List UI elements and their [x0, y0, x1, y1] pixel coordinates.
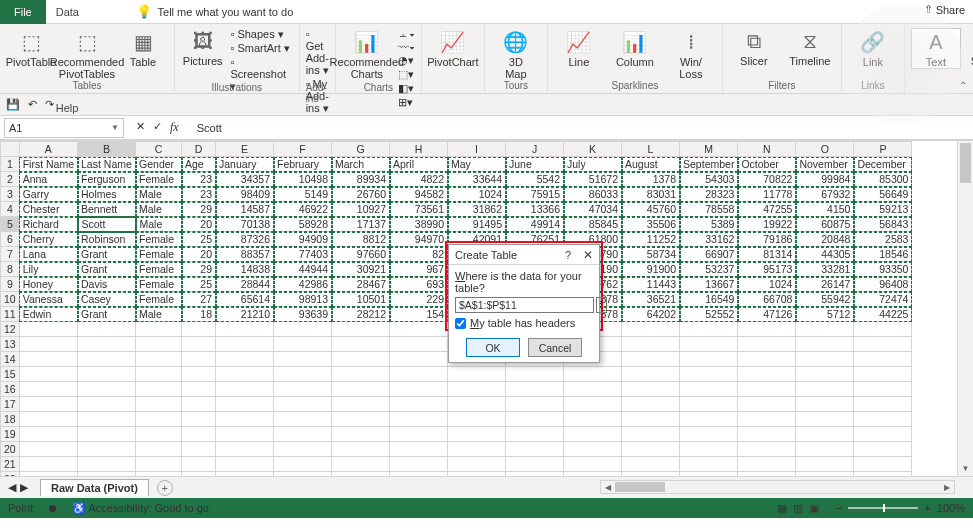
cell-N7[interactable]: 81314 — [738, 247, 796, 262]
column-button[interactable]: 📊Column — [610, 28, 660, 68]
cell-M4[interactable]: 78558 — [680, 202, 738, 217]
cell-G6[interactable]: 8812 — [332, 232, 390, 247]
cell-H21[interactable] — [390, 457, 448, 472]
cell-C10[interactable]: Female — [136, 292, 182, 307]
cell-E20[interactable] — [216, 442, 274, 457]
cell-M17[interactable] — [680, 397, 738, 412]
cell-N2[interactable]: 70822 — [738, 172, 796, 187]
cell-G8[interactable]: 30921 — [332, 262, 390, 277]
cell-J20[interactable] — [506, 442, 564, 457]
cell-C13[interactable] — [136, 337, 182, 352]
cell-H15[interactable] — [390, 367, 448, 382]
cell-E15[interactable] — [216, 367, 274, 382]
cell-P2[interactable]: 85300 — [854, 172, 912, 187]
cell-P1[interactable]: December — [854, 157, 912, 172]
row-header-4[interactable]: 4 — [1, 202, 20, 217]
cell-K20[interactable] — [564, 442, 622, 457]
cell-F11[interactable]: 93639 — [274, 307, 332, 322]
text-button[interactable]: AText — [911, 28, 961, 69]
cell-H3[interactable]: 94582 — [390, 187, 448, 202]
cell-F10[interactable]: 98913 — [274, 292, 332, 307]
chart-type-icon[interactable]: 〰▾ — [398, 41, 415, 53]
row-header-5[interactable]: 5 — [1, 217, 20, 232]
row-header-17[interactable]: 17 — [1, 397, 20, 412]
ok-button[interactable]: OK — [466, 338, 520, 357]
range-picker-icon[interactable]: ⭱ — [596, 297, 607, 313]
cell-M19[interactable] — [680, 427, 738, 442]
row-header-13[interactable]: 13 — [1, 337, 20, 352]
cell-D8[interactable]: 29 — [182, 262, 216, 277]
cell-L8[interactable]: 91900 — [622, 262, 680, 277]
cell-M1[interactable]: September — [680, 157, 738, 172]
horizontal-scrollbar[interactable]: ◀ ▶ — [600, 480, 955, 494]
cell-G13[interactable] — [332, 337, 390, 352]
col-header-L[interactable]: L — [622, 142, 680, 157]
chevron-down-icon[interactable]: ▼ — [111, 123, 119, 132]
cell-A18[interactable] — [19, 412, 77, 427]
cell-G3[interactable]: 26760 — [332, 187, 390, 202]
cell-H13[interactable] — [390, 337, 448, 352]
cell-K4[interactable]: 47034 — [564, 202, 622, 217]
fx-icon[interactable]: fx — [170, 120, 179, 135]
cell-L20[interactable] — [622, 442, 680, 457]
cell-H16[interactable] — [390, 382, 448, 397]
cell-F6[interactable]: 94909 — [274, 232, 332, 247]
cell-A15[interactable] — [19, 367, 77, 382]
cell-O12[interactable] — [796, 322, 854, 337]
cell-H1[interactable]: April — [390, 157, 448, 172]
cell-N1[interactable]: October — [738, 157, 796, 172]
cell-N18[interactable] — [738, 412, 796, 427]
cell-M7[interactable]: 66907 — [680, 247, 738, 262]
cell-P15[interactable] — [854, 367, 912, 382]
cell-F16[interactable] — [274, 382, 332, 397]
cell-F20[interactable] — [274, 442, 332, 457]
cell-I19[interactable] — [448, 427, 506, 442]
undo-icon[interactable]: ↶ — [28, 98, 37, 111]
cell-K1[interactable]: July — [564, 157, 622, 172]
cell-F19[interactable] — [274, 427, 332, 442]
cell-N13[interactable] — [738, 337, 796, 352]
cell-G19[interactable] — [332, 427, 390, 442]
cell-H20[interactable] — [390, 442, 448, 457]
pivot-button[interactable]: ⬚PivotTable — [6, 28, 56, 68]
cell-E1[interactable]: January — [216, 157, 274, 172]
cell-M12[interactable] — [680, 322, 738, 337]
cell-A1[interactable]: First Name — [19, 157, 77, 172]
zoom-control[interactable]: − + 100% — [836, 502, 965, 514]
cell-B14[interactable] — [78, 352, 136, 367]
cell-P18[interactable] — [854, 412, 912, 427]
cell-M6[interactable]: 33162 — [680, 232, 738, 247]
cell-M9[interactable]: 13667 — [680, 277, 738, 292]
cell-G17[interactable] — [332, 397, 390, 412]
cell-E19[interactable] — [216, 427, 274, 442]
cell-C18[interactable] — [136, 412, 182, 427]
cell-I16[interactable] — [448, 382, 506, 397]
col-header-H[interactable]: H — [390, 142, 448, 157]
cell-B21[interactable] — [78, 457, 136, 472]
cell-M11[interactable]: 52552 — [680, 307, 738, 322]
col-header-A[interactable]: A — [19, 142, 77, 157]
col-header-P[interactable]: P — [854, 142, 912, 157]
macro-record-icon[interactable]: ⏺ — [47, 502, 58, 514]
cell-L19[interactable] — [622, 427, 680, 442]
cell-P9[interactable]: 96408 — [854, 277, 912, 292]
cell-C16[interactable] — [136, 382, 182, 397]
cell-A10[interactable]: Vanessa — [19, 292, 77, 307]
cell-E2[interactable]: 34357 — [216, 172, 274, 187]
cell-O10[interactable]: 55942 — [796, 292, 854, 307]
cell-F12[interactable] — [274, 322, 332, 337]
scroll-right-icon[interactable]: ▶ — [940, 483, 954, 492]
cell-P20[interactable] — [854, 442, 912, 457]
cell-D3[interactable]: 23 — [182, 187, 216, 202]
cell-E9[interactable]: 28844 — [216, 277, 274, 292]
cell-O19[interactable] — [796, 427, 854, 442]
cell-D12[interactable] — [182, 322, 216, 337]
confirm-entry-icon[interactable]: ✓ — [153, 120, 162, 135]
zoom-out-icon[interactable]: − — [836, 502, 842, 514]
accessibility-status[interactable]: ♿ Accessibility: Good to go — [72, 502, 209, 515]
cell-I4[interactable]: 31862 — [448, 202, 506, 217]
cell-N3[interactable]: 11778 — [738, 187, 796, 202]
cell-H5[interactable]: 38990 — [390, 217, 448, 232]
cell-N15[interactable] — [738, 367, 796, 382]
cell-L13[interactable] — [622, 337, 680, 352]
